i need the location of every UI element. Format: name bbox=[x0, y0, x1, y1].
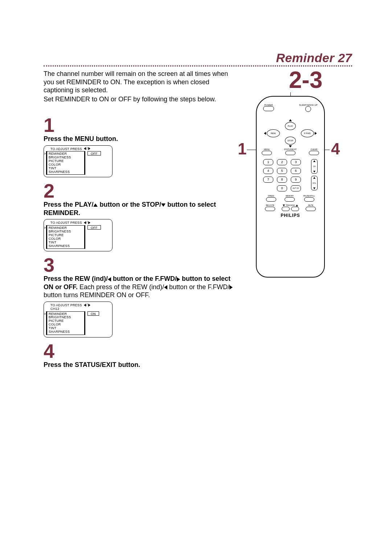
step-3-part: Press the REW (ind)/ bbox=[44, 275, 108, 282]
osd-item: SHARPNESS bbox=[49, 330, 82, 334]
sleep-button[interactable] bbox=[305, 106, 311, 112]
steps-column: 1 Press the MENU button. TO ADJUST PRESS… bbox=[44, 115, 240, 369]
triangle-left-icon bbox=[108, 277, 111, 282]
callout-step-4: 4 bbox=[331, 141, 340, 157]
osd2-header: TO ADJUST PRESS bbox=[50, 221, 82, 225]
intro-block: The channel number will remain on the sc… bbox=[44, 70, 232, 103]
step-3-number: 3 bbox=[44, 255, 240, 275]
step-2-text: Press the PLAY/ button or the STOP/ butt… bbox=[44, 201, 240, 217]
status-exit-button[interactable] bbox=[285, 151, 295, 155]
speed-button[interactable] bbox=[266, 197, 276, 202]
zero-row: 0 ALT CH bbox=[277, 185, 301, 191]
menu-button[interactable] bbox=[262, 151, 272, 155]
title-divider bbox=[44, 65, 352, 66]
intro-p1: The channel number will remain on the sc… bbox=[44, 70, 232, 94]
power-label: POWER bbox=[263, 104, 274, 106]
pause-button[interactable] bbox=[304, 197, 314, 202]
step-4-number: 4 bbox=[44, 341, 240, 361]
intro-p2: Set REMINDER to ON or OFF by following t… bbox=[44, 95, 232, 104]
triangle-up-icon bbox=[93, 203, 98, 207]
selection-caret-icon: > bbox=[44, 152, 46, 155]
osd-screen-3: TO ADJUST PRESS / CH12 > REMINDER BRIGHT… bbox=[44, 302, 113, 337]
clear-label: CLEAR bbox=[309, 148, 319, 150]
triangle-right-icon bbox=[88, 147, 90, 150]
ch-label: CH bbox=[313, 165, 315, 167]
tracking-up-button[interactable] bbox=[291, 207, 299, 211]
osd2-menu-list: REMINDER BRIGHTNESS PICTURE COLOR TINT S… bbox=[46, 225, 85, 249]
key-1[interactable]: 1 bbox=[263, 159, 273, 165]
osd1-value: OFF bbox=[87, 151, 101, 155]
function-row-2: REC/OTR TRACKING MUTE bbox=[257, 204, 324, 211]
play-button[interactable]: PLAY bbox=[285, 122, 296, 130]
alt-ch-button[interactable]: ALT CH bbox=[291, 185, 301, 191]
rec-otr-button[interactable] bbox=[265, 207, 275, 211]
chevron-down-icon bbox=[313, 171, 315, 173]
memory-label: MEMORY bbox=[285, 195, 295, 197]
nav-cluster: PLAY STOP REW F.FWD bbox=[267, 122, 314, 145]
key-8[interactable]: 8 bbox=[277, 177, 287, 183]
key-9[interactable]: 9 bbox=[291, 177, 301, 183]
key-6[interactable]: 6 bbox=[291, 168, 301, 174]
volume-rocker[interactable]: VOL bbox=[311, 176, 318, 190]
status-label: STATUS/EXIT bbox=[284, 148, 297, 150]
triangle-left-icon bbox=[264, 132, 266, 135]
memory-button[interactable] bbox=[285, 197, 295, 202]
triangle-down-icon bbox=[161, 203, 166, 207]
tracking-down-button[interactable] bbox=[282, 207, 290, 211]
function-row-1: SPEED MEMORY PAUSE/STILL bbox=[257, 195, 324, 202]
remote-control: POWER SLEEP/WAKE UP PLAY STOP REW F.FWD … bbox=[256, 96, 325, 278]
step-3-part: button or the F.FWD/ bbox=[167, 283, 229, 291]
key-0[interactable]: 0 bbox=[277, 185, 287, 191]
recotr-label: REC/OTR bbox=[265, 204, 275, 206]
chevron-down-icon bbox=[313, 187, 315, 189]
triangle-right-icon bbox=[315, 132, 317, 135]
selection-caret-icon: > bbox=[44, 226, 46, 230]
osd2-value: OFF bbox=[87, 225, 101, 230]
sleep-label: SLEEP/WAKE UP bbox=[299, 104, 318, 106]
osd-item: SHARPNESS bbox=[49, 170, 82, 174]
chevron-up-icon bbox=[296, 205, 298, 206]
key-5[interactable]: 5 bbox=[277, 168, 287, 174]
channel-rocker[interactable]: CH bbox=[311, 159, 318, 174]
osd-screen-2: TO ADJUST PRESS / > REMINDER BRIGHTNESS … bbox=[44, 219, 113, 251]
step-3-text: Press the REW (ind)/ button or the F.FWD… bbox=[44, 275, 240, 299]
stop-button[interactable]: STOP bbox=[285, 137, 296, 145]
callout-step-1: 1 bbox=[238, 141, 246, 157]
osd3-value: ON bbox=[87, 311, 99, 316]
step-3-part: button turns REMINDER ON or OFF. bbox=[44, 291, 150, 299]
number-keypad: 1 2 3 4 5 6 7 8 9 bbox=[263, 159, 301, 183]
manual-page: Reminder 27 The channel number will rema… bbox=[0, 0, 392, 554]
key-2[interactable]: 2 bbox=[277, 159, 287, 165]
power-button[interactable] bbox=[263, 106, 274, 111]
osd-screen-1: TO ADJUST PRESS / > REMINDER BRIGHTNESS … bbox=[44, 145, 113, 178]
chevron-up-icon bbox=[313, 177, 315, 179]
key-3[interactable]: 3 bbox=[291, 159, 301, 165]
vol-label: VOL bbox=[313, 182, 316, 184]
key-4[interactable]: 4 bbox=[263, 168, 273, 174]
triangle-up-icon bbox=[289, 119, 292, 121]
triangle-left-icon bbox=[84, 147, 86, 150]
speed-label: SPEED bbox=[266, 195, 276, 197]
step-3-part: button or the F.FWD/ bbox=[111, 275, 177, 282]
chevron-down-icon bbox=[283, 205, 285, 206]
clear-button[interactable] bbox=[309, 151, 319, 155]
triangle-right-icon bbox=[88, 221, 90, 224]
mute-button[interactable] bbox=[306, 207, 316, 211]
pause-label: PAUSE/STILL bbox=[303, 195, 315, 197]
step-3-part: Each press of the REW (ind)/ bbox=[78, 283, 164, 291]
ffwd-button[interactable]: F.FWD bbox=[301, 129, 314, 137]
rew-button[interactable]: REW bbox=[267, 129, 280, 137]
triangle-left-icon bbox=[164, 285, 167, 290]
osd3-menu-list: REMINDER BRIGHTNESS PICTURE COLOR TINT S… bbox=[46, 311, 85, 335]
callout-steps-2-3: 2-3 bbox=[289, 68, 323, 92]
osd1-menu-list: REMINDER BRIGHTNESS PICTURE COLOR TINT S… bbox=[46, 151, 85, 175]
step-4-text: Press the STATUS/EXIT button. bbox=[44, 361, 240, 369]
selection-caret-icon: > bbox=[44, 312, 46, 316]
triangle-down-icon bbox=[289, 145, 292, 147]
key-7[interactable]: 7 bbox=[263, 177, 273, 183]
step-2-part: Press the PLAY/ bbox=[44, 201, 93, 208]
triangle-right-icon bbox=[88, 304, 90, 307]
step-2-part: button or the STOP/ bbox=[98, 201, 161, 208]
triangle-left-icon bbox=[84, 304, 86, 307]
chevron-up-icon bbox=[313, 160, 315, 162]
